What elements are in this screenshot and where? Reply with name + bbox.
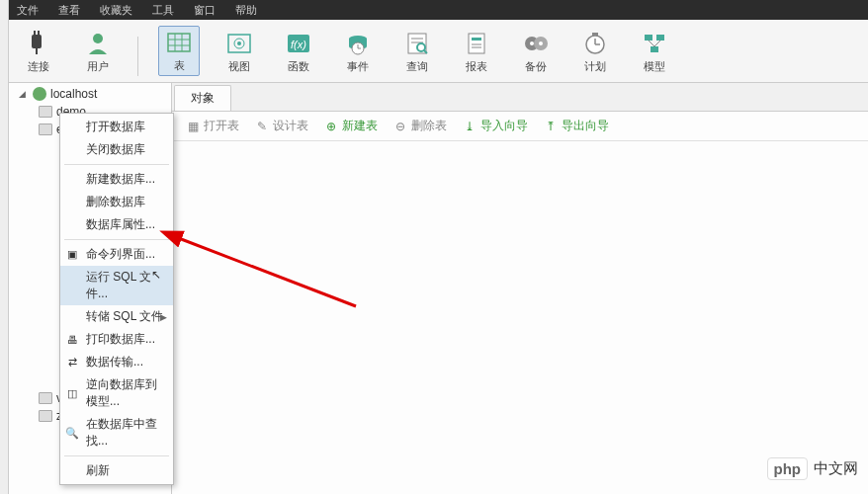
- cm-print-db[interactable]: 🖶打印数据库...: [60, 328, 173, 351]
- cursor-icon: ↖: [151, 268, 161, 282]
- cm-data-transfer[interactable]: ⇄数据传输...: [60, 351, 173, 373]
- fx-icon: f(x): [285, 30, 312, 57]
- menu-file[interactable]: 文件: [17, 3, 39, 18]
- cm-dump-sql-file[interactable]: 转储 SQL 文件▶: [60, 305, 173, 328]
- svg-rect-2: [38, 31, 40, 36]
- tb-report-label: 报表: [466, 59, 487, 74]
- svg-rect-1: [34, 31, 36, 36]
- minus-icon: ⊖: [393, 120, 407, 133]
- cm-open-db[interactable]: 打开数据库: [60, 116, 173, 138]
- menu-window[interactable]: 窗口: [194, 3, 216, 18]
- export-wizard-button[interactable]: ⤒导出向导: [544, 118, 609, 134]
- tb-table-label: 表: [174, 58, 185, 73]
- menu-favorites[interactable]: 收藏夹: [100, 3, 132, 18]
- tb-event[interactable]: 事件: [338, 28, 378, 76]
- menu-tools[interactable]: 工具: [152, 3, 174, 18]
- delete-table-button[interactable]: ⊖删除表: [393, 118, 447, 134]
- cm-db-properties[interactable]: 数据库属性...: [60, 213, 173, 236]
- menu-help[interactable]: 帮助: [235, 3, 257, 18]
- watermark: php 中文网: [767, 457, 859, 480]
- database-context-menu: 打开数据库 关闭数据库 新建数据库... 删除数据库 数据库属性... ▣命令列…: [59, 113, 174, 485]
- tb-user-label: 用户: [87, 59, 109, 74]
- tb-user[interactable]: 用户: [78, 28, 118, 76]
- tb-query-label: 查询: [406, 59, 428, 74]
- import-wizard-button[interactable]: ⤓导入向导: [463, 118, 528, 134]
- open-table-button[interactable]: ▦打开表: [186, 118, 239, 134]
- watermark-badge: php: [767, 457, 809, 480]
- object-tabs: 对象: [172, 83, 868, 112]
- svg-rect-37: [656, 35, 664, 41]
- user-icon: [84, 30, 112, 57]
- database-icon: [39, 106, 52, 118]
- svg-text:f(x): f(x): [291, 39, 306, 50]
- database-icon: [39, 392, 52, 404]
- report-icon: [463, 30, 490, 57]
- tb-backup-label: 备份: [525, 59, 547, 74]
- event-icon: [344, 30, 372, 57]
- tb-table[interactable]: 表: [158, 26, 200, 76]
- svg-line-40: [654, 41, 660, 46]
- tree-host[interactable]: ◢ localhost: [9, 85, 171, 103]
- database-icon: [39, 410, 52, 422]
- tb-function[interactable]: f(x) 函数: [279, 28, 318, 76]
- tb-model[interactable]: 模型: [635, 28, 674, 76]
- cm-close-db[interactable]: 关闭数据库: [60, 138, 173, 161]
- svg-rect-36: [645, 35, 652, 41]
- tb-view[interactable]: 视图: [219, 28, 259, 76]
- cm-reverse-db[interactable]: ◫逆向数据库到模型...: [60, 373, 173, 413]
- table-icon: [165, 29, 193, 56]
- tb-view-label: 视图: [228, 59, 250, 74]
- cm-new-db[interactable]: 新建数据库...: [60, 168, 173, 191]
- export-icon: ⤒: [544, 120, 558, 133]
- tb-query[interactable]: 查询: [397, 28, 437, 76]
- tb-event-label: 事件: [347, 59, 369, 74]
- backup-icon: [522, 30, 550, 57]
- svg-rect-35: [592, 33, 598, 36]
- search-icon: 🔍: [64, 425, 80, 441]
- cm-find-in-db[interactable]: 🔍在数据库中查找...: [60, 413, 173, 453]
- design-table-button[interactable]: ✎设计表: [255, 118, 308, 134]
- cm-separator: [64, 164, 169, 165]
- svg-rect-24: [469, 34, 484, 53]
- main-toolbar: 连接 用户 表 视图 f(x) 函数 事件 查询 报表: [9, 20, 868, 83]
- menubar: 文件 查看 收藏夹 工具 窗口 帮助: [9, 0, 868, 20]
- svg-point-29: [530, 41, 534, 45]
- import-icon: ⤓: [463, 120, 477, 133]
- design-icon: ✎: [255, 120, 269, 133]
- new-table-button[interactable]: ⊕新建表: [324, 118, 378, 134]
- schedule-icon: [581, 30, 609, 57]
- model-icon: ◫: [64, 385, 80, 401]
- model-icon: [641, 30, 668, 57]
- menu-view[interactable]: 查看: [58, 3, 80, 18]
- transfer-icon: ⇄: [64, 355, 80, 370]
- object-toolbar: ▦打开表 ✎设计表 ⊕新建表 ⊖删除表 ⤓导入向导 ⤒导出向导: [172, 112, 868, 141]
- database-icon: [39, 124, 52, 135]
- svg-rect-3: [36, 48, 38, 54]
- cm-refresh[interactable]: 刷新: [60, 459, 173, 482]
- svg-rect-25: [472, 38, 481, 41]
- query-icon: [403, 30, 431, 57]
- view-icon: [225, 30, 253, 57]
- tab-objects[interactable]: 对象: [174, 85, 231, 111]
- svg-rect-5: [168, 34, 190, 51]
- svg-rect-38: [651, 46, 658, 52]
- cm-delete-db[interactable]: 删除数据库: [60, 191, 173, 213]
- svg-point-12: [237, 41, 241, 45]
- cm-run-sql-file[interactable]: 运行 SQL 文件...↖: [60, 266, 173, 305]
- svg-point-31: [539, 41, 543, 45]
- chevron-right-icon: ▶: [160, 312, 167, 322]
- print-icon: 🖶: [64, 332, 80, 348]
- svg-point-4: [93, 34, 103, 43]
- tb-backup[interactable]: 备份: [516, 28, 556, 76]
- open-icon: ▦: [186, 120, 200, 133]
- toolbar-separator: [137, 37, 138, 76]
- cm-command-line[interactable]: ▣命令列界面...: [60, 243, 173, 266]
- tb-model-label: 模型: [644, 59, 665, 74]
- watermark-text: 中文网: [814, 459, 858, 478]
- tb-schedule[interactable]: 计划: [575, 28, 615, 76]
- tb-connect[interactable]: 连接: [19, 28, 58, 76]
- collapse-icon[interactable]: ◢: [19, 89, 29, 99]
- tree-host-label: localhost: [50, 87, 97, 101]
- tb-report[interactable]: 报表: [457, 28, 496, 76]
- terminal-icon: ▣: [64, 247, 80, 263]
